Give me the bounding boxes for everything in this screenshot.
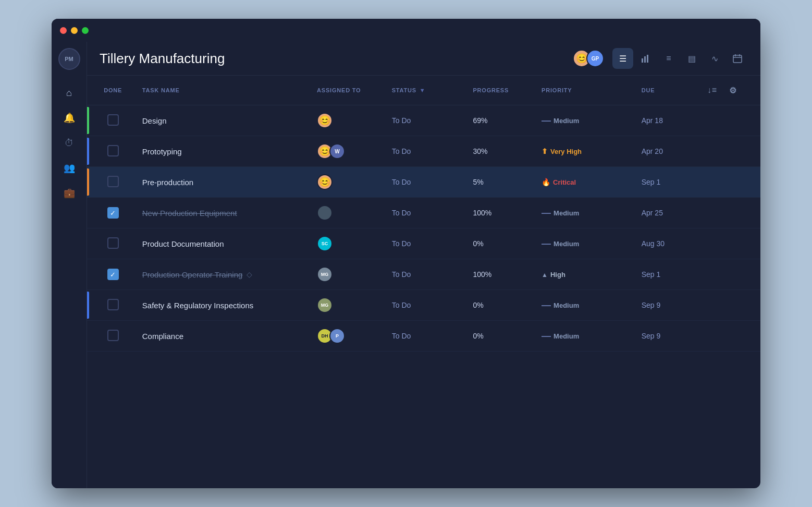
task-name-cell: Production Operator Training◇ [134, 259, 309, 290]
task-checkbox[interactable] [107, 145, 119, 156]
priority-cell: — Medium [533, 228, 633, 259]
done-cell: ✓ [92, 259, 134, 290]
row-actions-cell [695, 259, 760, 290]
progress-value: 5% [473, 178, 483, 186]
due-cell: Apr 18 [633, 105, 696, 136]
table-row[interactable]: Product DocumentationSCTo Do0%— MediumAu… [87, 228, 760, 259]
assigned-cell: MG [309, 290, 384, 321]
task-checkbox[interactable]: ✓ [107, 269, 119, 280]
sidebar-item-time[interactable]: ⏱ [59, 132, 80, 153]
status-sort-icon[interactable]: ▼ [420, 87, 426, 93]
close-button[interactable] [60, 27, 67, 34]
task-name-text: New Production Equipment [142, 209, 237, 218]
priority-medium: — Medium [542, 300, 579, 310]
table-row[interactable]: Pre-production😊To Do5%🔥 CriticalSep 1 [87, 167, 760, 198]
view-filter[interactable]: ≡ [658, 48, 679, 69]
assigned-avatar[interactable]: P [329, 328, 345, 344]
task-table: DONE TASK NAME ASSIGNED TO STATUS ▼ [87, 76, 760, 352]
row-actions-cell [695, 290, 760, 321]
progress-value: 100% [473, 270, 491, 279]
sidebar-item-notifications[interactable]: 🔔 [59, 107, 80, 128]
assigned-cell: MG [309, 259, 384, 290]
sidebar-item-people[interactable]: 👥 [59, 158, 80, 178]
avatar-gp[interactable]: GP [586, 50, 604, 67]
app-logo[interactable]: PM [58, 48, 80, 70]
view-list[interactable]: ☰ [612, 48, 633, 69]
progress-value: 30% [473, 147, 487, 155]
task-checkbox[interactable]: ✓ [107, 207, 119, 219]
assigned-avatar[interactable]: 😊 [317, 174, 333, 190]
sidebar: PM ⌂ 🔔 ⏱ 👥 💼 [52, 42, 87, 488]
app-body: PM ⌂ 🔔 ⏱ 👥 💼 Tillery Manufacturing 😊 GP … [52, 42, 760, 488]
task-name-cell: Prototyping [134, 136, 309, 167]
task-table-container: DONE TASK NAME ASSIGNED TO STATUS ▼ [87, 76, 760, 488]
status-cell: To Do [384, 198, 465, 228]
due-cell: Apr 25 [633, 198, 696, 228]
table-row[interactable]: Safety & Regulatory InspectionsMGTo Do0%… [87, 290, 760, 321]
status-text: To Do [392, 332, 411, 340]
due-cell: Sep 1 [633, 259, 696, 290]
status-text: To Do [392, 239, 411, 248]
task-checkbox[interactable] [107, 237, 119, 249]
sidebar-item-home[interactable]: ⌂ [59, 82, 80, 103]
diamond-icon: ◇ [247, 270, 252, 279]
task-name-text: Production Operator Training [142, 270, 243, 279]
task-checkbox[interactable] [107, 114, 119, 126]
row-actions-cell [695, 136, 760, 167]
view-pulse[interactable]: ∿ [704, 48, 725, 69]
view-chart[interactable] [635, 48, 656, 69]
view-table[interactable]: ▤ [681, 48, 702, 69]
column-filter-icon[interactable]: ⚙ [724, 82, 741, 99]
table-row[interactable]: Prototyping😊WTo Do30%⬆ Very HighApr 20 [87, 136, 760, 167]
assigned-cell: 😊 [309, 167, 384, 198]
logo-text: PM [65, 56, 73, 62]
minimize-button[interactable] [71, 27, 78, 34]
task-name-cell: Pre-production [134, 167, 309, 198]
table-row[interactable]: Design😊To Do69%— MediumApr 18 [87, 105, 760, 136]
progress-value: 0% [473, 301, 483, 309]
status-text: To Do [392, 270, 411, 279]
task-name-text: Design [142, 116, 167, 125]
assigned-avatar[interactable]: SC [317, 236, 333, 251]
table-row[interactable]: ComplianceDHPTo Do0%— MediumSep 9 [87, 321, 760, 352]
titlebar [52, 19, 760, 42]
progress-value: 0% [473, 332, 483, 340]
status-cell: To Do [384, 290, 465, 321]
done-cell [92, 321, 134, 352]
page-title: Tillery Manufacturing [100, 51, 564, 67]
status-text: To Do [392, 301, 411, 309]
assigned-avatar[interactable] [317, 205, 333, 221]
priority-high: ▲ High [542, 271, 565, 279]
task-name-cell: Design [134, 105, 309, 136]
done-cell [92, 105, 134, 136]
svg-rect-3 [733, 55, 742, 63]
task-checkbox[interactable] [107, 330, 119, 341]
due-date: Sep 9 [642, 332, 661, 340]
sidebar-item-projects[interactable]: 💼 [59, 183, 80, 203]
assigned-avatar[interactable]: MG [317, 267, 333, 282]
th-indicator [87, 76, 92, 105]
task-checkbox[interactable] [107, 176, 119, 187]
assigned-cell: SC [309, 228, 384, 259]
status-cell: To Do [384, 228, 465, 259]
assigned-avatar[interactable]: W [329, 143, 345, 159]
view-calendar[interactable] [727, 48, 748, 69]
task-name-text: Prototyping [142, 147, 182, 156]
table-row[interactable]: ✓Production Operator Training◇MGTo Do100… [87, 259, 760, 290]
priority-very-high: ⬆ Very High [542, 147, 582, 155]
table-row[interactable]: ✓New Production EquipmentTo Do100%— Medi… [87, 198, 760, 228]
priority-medium: — Medium [542, 208, 579, 218]
sort-icon[interactable]: ↓≡ [704, 82, 720, 99]
th-actions: ↓≡ ⚙ [695, 76, 760, 105]
assigned-avatar[interactable]: 😊 [317, 113, 333, 128]
status-cell: To Do [384, 105, 465, 136]
progress-cell: 0% [464, 228, 533, 259]
priority-critical: 🔥 Critical [542, 178, 576, 186]
assigned-cell: 😊 [309, 105, 384, 136]
task-checkbox[interactable] [107, 299, 119, 310]
assigned-cell [309, 198, 384, 228]
status-text: To Do [392, 116, 411, 125]
maximize-button[interactable] [82, 27, 89, 34]
done-cell [92, 228, 134, 259]
assigned-avatar[interactable]: MG [317, 297, 333, 313]
